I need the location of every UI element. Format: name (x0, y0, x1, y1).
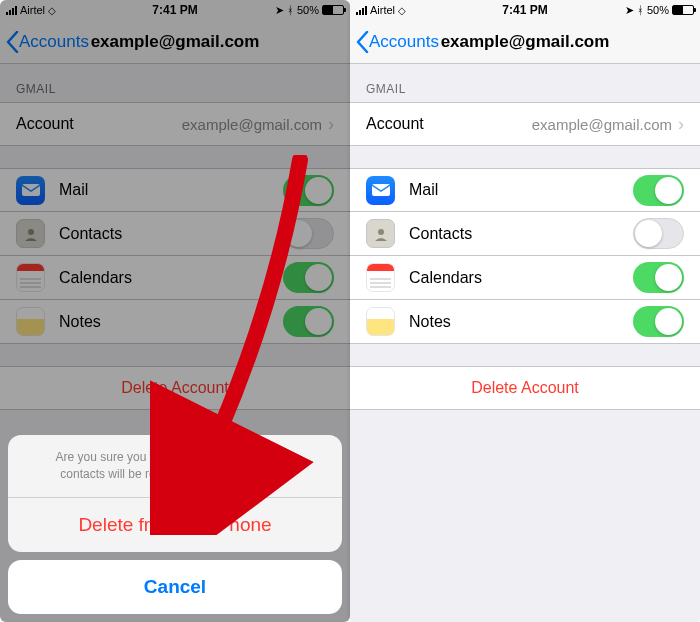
services-group: Mail Contacts Calendars Notes (350, 168, 700, 344)
service-row-notes: Notes (350, 300, 700, 344)
nav-bar: Accounts example@gmail.com (350, 20, 700, 64)
section-header-gmail: GMAIL (350, 64, 700, 102)
contacts-icon (366, 219, 395, 248)
chevron-right-icon: › (678, 114, 684, 135)
wifi-icon: ◇ (398, 5, 406, 16)
battery-pct: 50% (647, 4, 669, 16)
service-row-calendars: Calendars (350, 256, 700, 300)
delete-account-button[interactable]: Delete Account (350, 366, 700, 410)
sheet-cancel-button[interactable]: Cancel (8, 560, 342, 614)
service-row-contacts: Contacts (350, 212, 700, 256)
svg-rect-2 (372, 184, 390, 196)
service-label: Mail (409, 181, 633, 199)
service-label: Calendars (409, 269, 633, 287)
calendar-icon (366, 263, 395, 292)
account-value: example@gmail.com (424, 116, 678, 133)
toggle-mail[interactable] (633, 175, 684, 206)
service-label: Notes (409, 313, 633, 331)
toggle-calendars[interactable] (633, 262, 684, 293)
account-label: Account (366, 115, 424, 133)
mail-icon (366, 176, 395, 205)
account-row[interactable]: Account example@gmail.com › (350, 102, 700, 146)
sheet-delete-button[interactable]: Delete from My iPhone (8, 497, 342, 552)
notes-icon (366, 307, 395, 336)
battery-icon (672, 5, 694, 15)
chevron-left-icon (356, 31, 369, 53)
service-row-mail: Mail (350, 168, 700, 212)
toggle-contacts[interactable] (633, 218, 684, 249)
carrier-label: Airtel (370, 4, 395, 16)
screenshot-left: Airtel ◇ 7:41 PM ➤ ᚼ 50% Accounts exampl… (0, 0, 350, 622)
svg-point-3 (378, 229, 384, 235)
back-button[interactable]: Accounts (350, 31, 439, 53)
bluetooth-icon: ᚼ (637, 4, 644, 16)
service-label: Contacts (409, 225, 633, 243)
action-sheet: Are you sure you want to continue? All G… (8, 435, 342, 614)
location-icon: ➤ (625, 4, 634, 17)
status-bar: Airtel ◇ 7:41 PM ➤ ᚼ 50% (350, 0, 700, 20)
toggle-notes[interactable] (633, 306, 684, 337)
back-label: Accounts (369, 32, 439, 52)
sheet-message: Are you sure you want to continue? All G… (8, 435, 342, 497)
signal-bars-icon (356, 6, 367, 15)
screenshot-right: Airtel ◇ 7:41 PM ➤ ᚼ 50% Accounts exampl… (350, 0, 700, 622)
content-area: GMAIL Account example@gmail.com › Mail C… (350, 64, 700, 622)
